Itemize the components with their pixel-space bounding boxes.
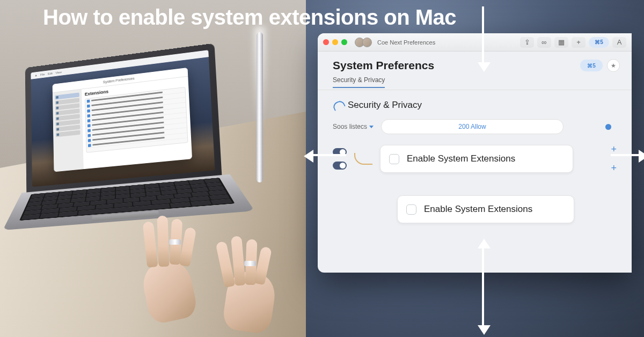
arrow-up-icon xyxy=(478,239,491,248)
favorite-icon[interactable]: ★ xyxy=(607,59,620,72)
arrow-down-icon xyxy=(482,284,484,327)
add-icon[interactable]: + xyxy=(572,37,586,48)
checkbox[interactable] xyxy=(406,204,416,215)
arrow-down-icon xyxy=(478,325,491,335)
tab-security-privacy[interactable]: Security & Privacy xyxy=(333,76,385,88)
arrow-left-icon xyxy=(311,154,346,156)
arrow-down-icon xyxy=(482,6,484,64)
prefs-tab-bar: Security & Privacy xyxy=(318,76,632,90)
toolbar-title: Coe Next Preferences xyxy=(377,39,435,46)
font-icon[interactable]: A xyxy=(612,37,626,48)
option-label: Enable System Extensions xyxy=(424,204,532,215)
section-title: Security & Privacy xyxy=(333,100,617,111)
mac-extensions-window: System Preferences xyxy=(53,68,192,172)
window-toolbar: Coe Next Preferences ⇪ ∞ ▦ + ⌘5 A xyxy=(318,33,632,52)
filter-dropdown[interactable]: Soos listecs xyxy=(333,123,374,130)
laptop-illustration: ▲FileEditView System Preferences xyxy=(20,41,243,265)
page-title: How to enable system extensions on Mac xyxy=(43,5,456,30)
lamp-icon xyxy=(257,32,263,182)
checkbox[interactable] xyxy=(389,154,399,164)
shortcut-pill[interactable]: ⌘5 xyxy=(589,37,609,48)
prefs-title: System Preferencs xyxy=(333,59,434,72)
arrow-down-icon xyxy=(478,62,491,72)
zoom-icon[interactable] xyxy=(341,39,347,45)
filter-value-pill[interactable]: 200 Allow xyxy=(381,119,564,134)
arrow-up-icon xyxy=(482,247,484,284)
arrow-right-icon xyxy=(639,150,644,163)
grid-icon[interactable]: ▦ xyxy=(554,37,568,48)
plus-icon[interactable]: + xyxy=(611,144,617,155)
arrow-left-icon xyxy=(304,150,313,163)
share-icon[interactable]: ⇪ xyxy=(520,37,534,48)
arrow-right-icon xyxy=(611,154,640,156)
option-label: Enable System Extensions xyxy=(407,153,515,164)
system-preferences-window: Coe Next Preferences ⇪ ∞ ▦ + ⌘5 A System… xyxy=(318,33,632,273)
toggle-switch[interactable] xyxy=(333,162,347,170)
illustration-panel: ▲FileEditView System Preferences xyxy=(0,0,306,337)
plus-icon[interactable]: + xyxy=(611,163,617,174)
link-icon[interactable]: ∞ xyxy=(537,37,551,48)
header-shortcut-pill[interactable]: ⌘5 xyxy=(580,60,603,71)
minimize-icon[interactable] xyxy=(332,39,338,45)
enable-extensions-card[interactable]: Enable System Extensions xyxy=(380,145,573,173)
enable-extensions-card[interactable]: Enable System Extensions xyxy=(397,195,574,223)
status-dot-icon xyxy=(605,124,611,130)
avatar xyxy=(362,38,372,47)
connector-icon xyxy=(354,153,372,165)
close-icon[interactable] xyxy=(323,39,329,45)
